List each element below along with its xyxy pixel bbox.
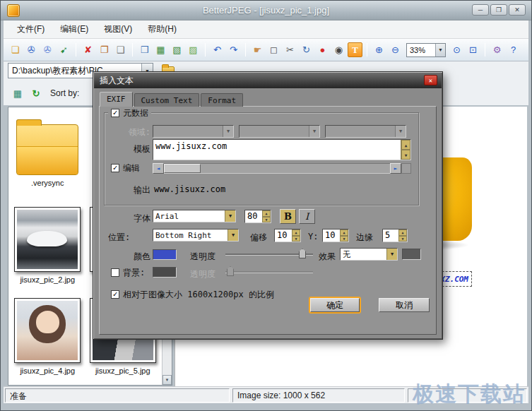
- italic-button[interactable]: I: [299, 209, 315, 224]
- hand-icon[interactable]: ☛: [250, 42, 265, 57]
- opacity-slider[interactable]: [225, 248, 313, 259]
- offset-x-spinner[interactable]: 10 ▲ ▼: [274, 229, 301, 242]
- relative-size-checkbox[interactable]: 相对于图像大小 1600x1200px 的比例: [108, 289, 277, 300]
- metadata-checkbox[interactable]: 元数据: [108, 107, 151, 119]
- zoom-in-icon[interactable]: ⊕: [372, 42, 386, 57]
- settings-icon[interactable]: ⚙: [490, 42, 504, 57]
- zoom-out-icon[interactable]: ⊖: [388, 42, 403, 57]
- template-scrollbar[interactable]: ▲ ▼: [401, 140, 410, 160]
- background-checkbox[interactable]: 背景:: [108, 267, 148, 278]
- template-hscrollbar[interactable]: ◄ ►: [153, 163, 411, 174]
- menu-edit[interactable]: 编辑(E): [52, 20, 96, 38]
- spin-up-icon[interactable]: ▲: [340, 230, 348, 236]
- save-icon[interactable]: ✇: [24, 42, 39, 57]
- exif-field-combo-3: ▼: [325, 125, 406, 138]
- bold-button[interactable]: B: [280, 209, 296, 224]
- rotate-icon[interactable]: ↻: [299, 42, 314, 57]
- tab-format[interactable]: Format: [201, 93, 243, 107]
- margin-spinner[interactable]: 5 ▲ ▼: [382, 229, 408, 242]
- hscroll-track[interactable]: [164, 163, 390, 174]
- refresh-button[interactable]: ↻: [29, 86, 43, 100]
- menu-file[interactable]: 文件(F): [9, 20, 52, 38]
- dialog-title: 插入文本: [100, 75, 134, 87]
- preview-icon[interactable]: ◉: [331, 42, 346, 57]
- spinner-buttons[interactable]: ▲ ▼: [262, 210, 271, 222]
- background-opacity-slider: [225, 266, 313, 277]
- cancel-button[interactable]: 取消: [379, 298, 430, 312]
- help-icon[interactable]: ?: [506, 42, 521, 57]
- spin-down-icon[interactable]: ▼: [262, 217, 271, 223]
- window-controls: ─ ❐ ✕: [472, 4, 526, 16]
- dropdown-icon[interactable]: ▼: [227, 230, 238, 241]
- thumbnail-item[interactable]: jisuxz_pic_2.jpg: [10, 204, 85, 295]
- crop-icon[interactable]: ✂: [283, 42, 297, 57]
- paste-icon[interactable]: ▦: [153, 42, 168, 57]
- spin-up-icon[interactable]: ▲: [292, 230, 300, 236]
- effect-combo[interactable]: 无 ▼: [340, 248, 398, 261]
- copy-file-icon[interactable]: ❐: [97, 42, 112, 57]
- open-image-icon[interactable]: ❏: [8, 42, 23, 57]
- metadata-checkbox-label: 元数据: [123, 107, 148, 119]
- title-bar[interactable]: BetterJPEG - [jisuxz_pic_1.jpg] ─ ❐ ✕: [1, 1, 531, 20]
- redo-icon[interactable]: ↷: [226, 42, 241, 57]
- thumbnail-image: [17, 125, 78, 174]
- select-icon[interactable]: ◻: [266, 42, 281, 57]
- spin-up-icon[interactable]: ▲: [262, 210, 271, 217]
- font-size-spinner[interactable]: 80 ▲ ▼: [244, 210, 271, 223]
- spin-down-icon[interactable]: ▼: [340, 236, 348, 242]
- crop-paste-icon[interactable]: ▨: [186, 42, 201, 57]
- dropdown-icon[interactable]: ▼: [225, 210, 235, 222]
- dialog-title-bar[interactable]: 插入文本 ✕: [94, 73, 442, 88]
- relative-size-checkbox-box: [111, 290, 119, 299]
- edit-checkbox[interactable]: 编辑: [108, 162, 143, 174]
- spinner-buttons[interactable]: ▲ ▼: [292, 230, 300, 242]
- spin-down-icon[interactable]: ▼: [292, 236, 300, 242]
- spinner-buttons[interactable]: ▲ ▼: [340, 230, 348, 242]
- insert-text-icon[interactable]: T: [348, 42, 362, 57]
- position-combo[interactable]: Bottom Right ▼: [153, 229, 239, 242]
- undo-icon[interactable]: ↶: [210, 42, 225, 57]
- tab-custom-text[interactable]: Custom Text: [134, 93, 200, 107]
- dropdown-icon[interactable]: ▼: [435, 44, 445, 56]
- scroll-down-icon[interactable]: ▼: [401, 150, 410, 160]
- zoom-level-combo[interactable]: 33%▼: [406, 43, 446, 57]
- tab-exif[interactable]: EXIF: [100, 92, 133, 107]
- dropdown-icon[interactable]: ▼: [386, 249, 397, 260]
- close-button[interactable]: ✕: [509, 4, 526, 16]
- thumbnail-item[interactable]: jisuxz_pic_4.jpg: [10, 295, 85, 386]
- export-icon[interactable]: ➹: [57, 42, 71, 57]
- ok-button[interactable]: 确定: [310, 298, 360, 312]
- background-color-swatch[interactable]: [153, 267, 177, 278]
- zoom-fit-icon[interactable]: ⊡: [466, 42, 480, 57]
- slider-thumb[interactable]: [299, 249, 306, 258]
- scroll-up-icon[interactable]: ▲: [401, 140, 410, 150]
- hscroll-thumb[interactable]: [164, 164, 201, 173]
- effect-color-swatch[interactable]: [402, 249, 421, 260]
- zoom-region-icon[interactable]: ⊙: [449, 42, 464, 57]
- crop-copy-icon[interactable]: ▧: [170, 42, 184, 57]
- dialog-close-button[interactable]: ✕: [424, 75, 437, 85]
- delete-icon[interactable]: ✘: [81, 42, 95, 57]
- copy-icon[interactable]: ❒: [137, 42, 152, 57]
- spin-down-icon[interactable]: ▼: [398, 236, 407, 242]
- scroll-down-button[interactable]: ▼: [162, 375, 172, 385]
- offset-y-spinner[interactable]: 10 ▲ ▼: [322, 229, 349, 242]
- font-family-combo[interactable]: Arial ▼: [153, 210, 236, 222]
- scroll-right-button[interactable]: ►: [390, 163, 401, 174]
- dropdown-icon: ▼: [395, 126, 406, 137]
- red-eye-icon[interactable]: ●: [315, 42, 330, 57]
- menu-help[interactable]: 帮助(H): [140, 20, 184, 38]
- minimize-button[interactable]: ─: [472, 4, 489, 16]
- thumbnail-item[interactable]: .verysync: [10, 113, 85, 204]
- spin-up-icon[interactable]: ▲: [398, 230, 407, 236]
- thumbnail-label: .verysync: [31, 179, 64, 187]
- view-mode-button[interactable]: ▦: [11, 86, 25, 100]
- scroll-left-button[interactable]: ◄: [153, 163, 164, 174]
- menu-view[interactable]: 视图(V): [96, 20, 140, 38]
- spinner-buttons[interactable]: ▲ ▼: [398, 230, 407, 242]
- maximize-button[interactable]: ❐: [490, 4, 507, 16]
- save-as-icon[interactable]: ✇: [40, 42, 55, 57]
- template-textarea[interactable]: www.jisuxz.com ▲ ▼: [153, 139, 411, 160]
- text-color-swatch[interactable]: [153, 249, 177, 260]
- move-file-icon[interactable]: ❑: [113, 42, 128, 57]
